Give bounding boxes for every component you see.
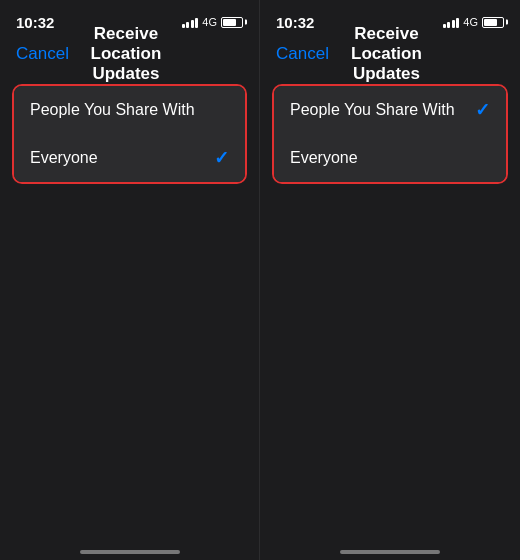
- signal-bars-right: [443, 16, 460, 28]
- option-label-people-right: People You Share With: [290, 101, 455, 119]
- status-time-right: 10:32: [276, 14, 314, 31]
- checkmark-people-right: ✓: [475, 99, 490, 121]
- option-row-everyone-left[interactable]: Everyone ✓: [14, 134, 245, 182]
- battery-fill-right: [484, 19, 497, 26]
- signal-bar-3: [191, 20, 194, 28]
- battery-fill-left: [223, 19, 236, 26]
- cancel-button-left[interactable]: Cancel: [16, 44, 69, 64]
- signal-bar-r3: [452, 20, 455, 28]
- signal-bar-r2: [447, 22, 450, 28]
- phone-panel-left: 10:32 4G Cancel Receive Location Updates…: [0, 0, 260, 560]
- network-type-left: 4G: [202, 16, 217, 28]
- status-icons-left: 4G: [182, 16, 243, 28]
- status-time-left: 10:32: [16, 14, 54, 31]
- option-label-everyone-left: Everyone: [30, 149, 98, 167]
- options-container-left: People You Share With ✓ Everyone ✓: [12, 84, 247, 184]
- phone-panel-right: 10:32 4G Cancel Receive Location Updates…: [260, 0, 520, 560]
- signal-bar-2: [186, 22, 189, 28]
- nav-title-left: Receive Location Updates: [69, 24, 183, 84]
- status-icons-right: 4G: [443, 16, 504, 28]
- option-label-people-left: People You Share With: [30, 101, 195, 119]
- option-row-people-left[interactable]: People You Share With ✓: [14, 86, 245, 134]
- signal-bars-left: [182, 16, 199, 28]
- home-indicator-right: [340, 550, 440, 554]
- checkmark-everyone-left: ✓: [214, 147, 229, 169]
- option-label-everyone-right: Everyone: [290, 149, 358, 167]
- nav-bar-left: Cancel Receive Location Updates: [0, 36, 259, 76]
- network-type-right: 4G: [463, 16, 478, 28]
- nav-title-right: Receive Location Updates: [329, 24, 444, 84]
- nav-bar-right: Cancel Receive Location Updates: [260, 36, 520, 76]
- options-container-right: People You Share With ✓ Everyone ✓: [272, 84, 508, 184]
- cancel-button-right[interactable]: Cancel: [276, 44, 329, 64]
- signal-bar-r4: [456, 18, 459, 28]
- option-row-everyone-right[interactable]: Everyone ✓: [274, 134, 506, 182]
- battery-icon-right: [482, 17, 504, 28]
- signal-bar-4: [195, 18, 198, 28]
- battery-icon-left: [221, 17, 243, 28]
- option-row-people-right[interactable]: People You Share With ✓: [274, 86, 506, 134]
- home-indicator-left: [80, 550, 180, 554]
